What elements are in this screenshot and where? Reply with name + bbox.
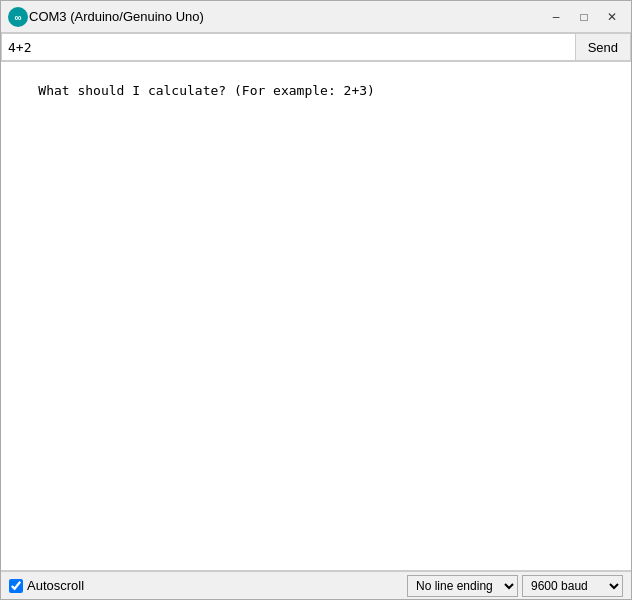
- svg-text:∞: ∞: [14, 12, 21, 23]
- input-bar: Send: [1, 33, 631, 62]
- window-controls: – □ ✕: [543, 6, 625, 28]
- arduino-logo-icon: ∞: [7, 6, 29, 28]
- autoscroll-checkbox[interactable]: [9, 579, 23, 593]
- minimize-button[interactable]: –: [543, 6, 569, 28]
- close-button[interactable]: ✕: [599, 6, 625, 28]
- status-bar: Autoscroll No line ending Newline Carria…: [1, 571, 631, 599]
- maximize-button[interactable]: □: [571, 6, 597, 28]
- window-title: COM3 (Arduino/Genuino Uno): [29, 9, 543, 24]
- serial-input[interactable]: [1, 33, 575, 61]
- title-bar: ∞ COM3 (Arduino/Genuino Uno) – □ ✕: [1, 1, 631, 33]
- status-right: No line ending Newline Carriage return B…: [407, 575, 623, 597]
- serial-monitor-window: ∞ COM3 (Arduino/Genuino Uno) – □ ✕ Send …: [0, 0, 632, 600]
- send-button[interactable]: Send: [575, 33, 631, 61]
- serial-output-area: What should I calculate? (For example: 2…: [1, 62, 631, 571]
- autoscroll-area: Autoscroll: [9, 578, 407, 593]
- line-ending-select[interactable]: No line ending Newline Carriage return B…: [407, 575, 518, 597]
- autoscroll-label[interactable]: Autoscroll: [27, 578, 84, 593]
- serial-output-text: What should I calculate? (For example: 2…: [38, 83, 375, 98]
- baud-rate-select[interactable]: 300 baud 1200 baud 2400 baud 4800 baud 9…: [522, 575, 623, 597]
